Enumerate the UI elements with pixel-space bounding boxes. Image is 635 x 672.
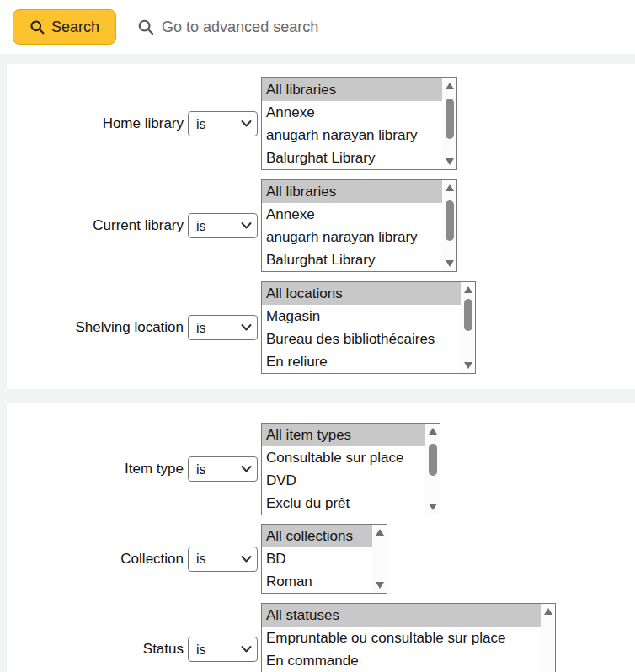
home-library-operator-wrap: is — [188, 111, 258, 136]
scrollbar-track[interactable] — [461, 297, 475, 358]
scrollbar-up-icon[interactable] — [425, 424, 440, 439]
search-icon — [137, 19, 155, 36]
shelving-location-listbox[interactable]: All locations Magasin Bureau des bibliot… — [261, 281, 476, 374]
item-type-listbox[interactable]: All item types Consultable sur place DVD… — [261, 423, 440, 515]
scrollbar-down-icon[interactable] — [442, 256, 456, 271]
scrollbar-up-icon[interactable] — [461, 282, 475, 297]
listbox-option[interactable]: En commande — [262, 649, 541, 672]
listbox-option[interactable]: Balurghat Library — [262, 248, 442, 271]
scrollbar-down-icon[interactable] — [425, 499, 440, 515]
listbox-options: All libraries Annexe anugarh narayan lib… — [262, 78, 442, 169]
status-operator-select[interactable]: is — [188, 637, 258, 662]
scrollbar-up-icon[interactable] — [442, 180, 456, 195]
filter-row-collection: Collection is All collections BD Roman — [7, 524, 635, 594]
filter-row-shelving-location: Shelving location is All locations Magas… — [7, 281, 635, 374]
item-filters-panel: Item type is All item types Consultable … — [7, 403, 635, 672]
listbox-option[interactable]: anugarh narayan library — [262, 226, 442, 248]
listbox-option[interactable]: All collections — [262, 525, 372, 547]
listbox-option[interactable]: All libraries — [262, 180, 442, 203]
filter-row-current-library: Current library is All libraries Annexe … — [7, 179, 635, 272]
home-library-operator-select[interactable]: is — [188, 111, 258, 136]
listbox-option[interactable]: BD — [262, 547, 372, 570]
listbox-options: All collections BD Roman — [262, 525, 372, 593]
shelving-location-operator-wrap: is — [188, 315, 258, 340]
listbox-option[interactable]: All item types — [262, 424, 425, 446]
advanced-search-link[interactable]: Go to advanced search — [137, 19, 318, 36]
listbox-option[interactable]: En reliure — [262, 350, 461, 373]
status-operator-wrap: is — [188, 637, 258, 662]
collection-operator-select[interactable]: is — [188, 547, 258, 572]
listbox-options: All locations Magasin Bureau des bibliot… — [262, 282, 461, 373]
scrollbar-track[interactable] — [442, 93, 456, 154]
current-library-operator-wrap: is — [188, 213, 258, 238]
collection-listbox[interactable]: All collections BD Roman — [261, 524, 387, 594]
listbox-option[interactable]: Magasin — [262, 305, 461, 328]
home-library-label: Home library — [7, 115, 184, 132]
listbox-option[interactable]: Empruntable ou consultable sur place — [262, 627, 541, 649]
home-library-listbox[interactable]: All libraries Annexe anugarh narayan lib… — [261, 77, 457, 170]
scrollbar-track[interactable] — [425, 439, 440, 499]
listbox-option[interactable]: Bureau des bibliothécaires — [262, 328, 461, 350]
listbox-option[interactable]: anugarh narayan library — [262, 124, 442, 147]
listbox-option[interactable]: Annexe — [262, 101, 442, 124]
scrollbar-down-icon[interactable] — [461, 358, 475, 373]
listbox-options: All statuses Empruntable ou consultable … — [262, 604, 541, 672]
item-type-operator-select[interactable]: is — [188, 456, 258, 482]
item-type-label: Item type — [7, 461, 184, 477]
scrollbar-up-icon[interactable] — [541, 604, 555, 619]
scrollbar-track[interactable] — [372, 540, 387, 578]
search-icon — [29, 19, 45, 35]
listbox-option[interactable]: All statuses — [262, 604, 541, 627]
advanced-search-label: Go to advanced search — [162, 19, 318, 36]
toolbar: Search Go to advanced search — [0, 0, 635, 54]
current-library-label: Current library — [7, 217, 184, 234]
collection-label: Collection — [7, 551, 184, 568]
scrollbar[interactable] — [541, 604, 555, 672]
listbox-options: All item types Consultable sur place DVD… — [262, 424, 425, 515]
scrollbar-down-icon[interactable] — [442, 154, 456, 169]
shelving-location-label: Shelving location — [7, 319, 184, 336]
status-listbox[interactable]: All statuses Empruntable ou consultable … — [261, 603, 556, 672]
scrollbar-thumb[interactable] — [429, 444, 437, 476]
listbox-option[interactable]: Roman — [262, 570, 372, 593]
scrollbar-track[interactable] — [541, 619, 555, 672]
scrollbar[interactable] — [442, 78, 456, 169]
scrollbar-thumb[interactable] — [446, 99, 454, 139]
listbox-option[interactable]: DVD — [262, 469, 425, 492]
listbox-option[interactable]: Consultable sur place — [262, 446, 425, 469]
scrollbar-up-icon[interactable] — [442, 78, 456, 93]
current-library-operator-select[interactable]: is — [188, 213, 258, 238]
search-button-label: Search — [51, 19, 99, 36]
scrollbar[interactable] — [372, 525, 387, 593]
search-button[interactable]: Search — [13, 9, 116, 45]
scrollbar[interactable] — [461, 282, 475, 373]
listbox-options: All libraries Annexe anugarh narayan lib… — [262, 180, 442, 271]
filter-row-home-library: Home library is All libraries Annexe anu… — [7, 77, 635, 170]
listbox-option[interactable]: All locations — [262, 282, 461, 305]
scrollbar-track[interactable] — [442, 195, 456, 256]
status-label: Status — [7, 641, 184, 658]
item-type-operator-wrap: is — [188, 456, 258, 482]
listbox-option[interactable]: Balurghat Library — [262, 147, 442, 169]
listbox-option[interactable]: Exclu du prêt — [262, 492, 425, 515]
filter-row-item-type: Item type is All item types Consultable … — [7, 423, 635, 515]
current-library-listbox[interactable]: All libraries Annexe anugarh narayan lib… — [261, 179, 457, 272]
listbox-option[interactable]: Annexe — [262, 203, 442, 226]
shelving-location-operator-select[interactable]: is — [188, 315, 258, 340]
scrollbar-thumb[interactable] — [464, 299, 472, 331]
collection-operator-wrap: is — [188, 547, 258, 572]
scrollbar-up-icon[interactable] — [372, 525, 387, 540]
item-search-page: Search Go to advanced search Home librar… — [0, 0, 635, 672]
listbox-option[interactable]: All libraries — [262, 78, 442, 101]
scrollbar-thumb[interactable] — [446, 200, 454, 241]
filter-row-status: Status is All statuses Empruntable ou co… — [7, 603, 635, 672]
scrollbar[interactable] — [442, 180, 456, 271]
scrollbar-down-icon[interactable] — [372, 578, 387, 593]
scrollbar[interactable] — [425, 424, 440, 515]
library-filters-panel: Home library is All libraries Annexe anu… — [7, 64, 635, 389]
